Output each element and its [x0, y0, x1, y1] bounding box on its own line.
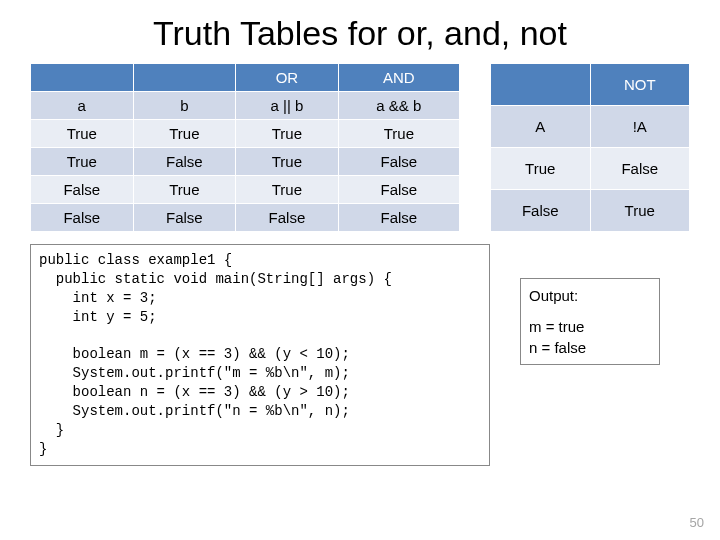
cell: True [133, 176, 236, 204]
cell: True [590, 190, 690, 232]
cell: False [491, 190, 591, 232]
table-row: True False True False [31, 148, 460, 176]
truth-table-not: NOT A !A True False False True [490, 63, 690, 232]
col-b: b [133, 92, 236, 120]
cell: True [236, 176, 339, 204]
cell: False [133, 148, 236, 176]
table-row: True True True True [31, 120, 460, 148]
col-or: a || b [236, 92, 339, 120]
cell: True [236, 148, 339, 176]
cell: True [236, 120, 339, 148]
blank-header [491, 64, 591, 106]
blank-header [133, 64, 236, 92]
cell: True [31, 148, 134, 176]
col-a: A [491, 106, 591, 148]
output-label: Output: [529, 285, 651, 306]
not-header: NOT [590, 64, 690, 106]
cell: False [338, 148, 459, 176]
output-line: m = true [529, 316, 651, 337]
cell: False [236, 204, 339, 232]
cell: False [590, 148, 690, 190]
col-not: !A [590, 106, 690, 148]
cell: True [31, 120, 134, 148]
slide-title: Truth Tables for or, and, not [0, 0, 720, 59]
col-and: a && b [338, 92, 459, 120]
and-header: AND [338, 64, 459, 92]
cell: False [338, 204, 459, 232]
cell: True [133, 120, 236, 148]
cell: False [31, 204, 134, 232]
cell: False [133, 204, 236, 232]
blank-header [31, 64, 134, 92]
cell: True [338, 120, 459, 148]
tables-row: OR AND a b a || b a && b True True True … [0, 59, 720, 232]
truth-table-or-and: OR AND a b a || b a && b True True True … [30, 63, 460, 232]
table-row: False True True False [31, 176, 460, 204]
output-line: n = false [529, 337, 651, 358]
cell: False [31, 176, 134, 204]
col-a: a [31, 92, 134, 120]
or-header: OR [236, 64, 339, 92]
table-row: False True [491, 190, 690, 232]
table-row: False False False False [31, 204, 460, 232]
page-number: 50 [690, 515, 704, 530]
table-row: True False [491, 148, 690, 190]
output-box: Output: m = true n = false [520, 278, 660, 365]
cell: False [338, 176, 459, 204]
code-example: public class example1 { public static vo… [30, 244, 490, 466]
cell: True [491, 148, 591, 190]
